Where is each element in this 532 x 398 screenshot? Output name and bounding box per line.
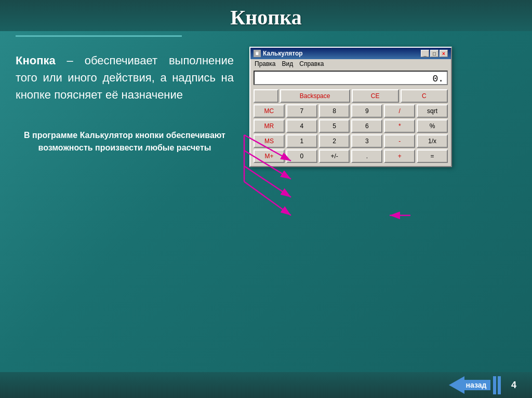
calc-btn-sqrt[interactable]: sqrt — [417, 104, 448, 118]
calc-btn-4[interactable]: 4 — [286, 119, 317, 133]
calc-area: 🖩 Калькулятор _ □ × Правка Вид Справка 0… — [249, 42, 516, 167]
calc-titlebar-left: 🖩 Калькулятор — [254, 50, 303, 57]
calc-btn-ce[interactable]: CE — [352, 89, 399, 103]
svg-line-11 — [244, 182, 291, 215]
back-label: назад — [466, 381, 487, 389]
calc-display: 0. — [254, 71, 448, 85]
calc-btn-ms[interactable]: MS — [254, 134, 285, 148]
page-number: 4 — [511, 380, 516, 391]
calc-btn-divide[interactable]: / — [384, 104, 415, 118]
content-area: Кнопка – обеспечивает выполнение того ил… — [16, 42, 516, 369]
nav-divider-2 — [498, 376, 501, 394]
back-arrow-body: назад — [462, 380, 490, 390]
calc-menu-spravka[interactable]: Справка — [299, 60, 324, 67]
calc-btn-plusminus[interactable]: +/- — [319, 149, 350, 163]
calc-app-icon: 🖩 — [254, 50, 261, 57]
calc-btn-9[interactable]: 9 — [351, 104, 382, 118]
calc-row-1: Backspace CE C — [254, 89, 448, 103]
calc-btn-3[interactable]: 3 — [351, 134, 382, 148]
calc-maximize-btn[interactable]: □ — [430, 50, 438, 57]
calc-btn-backspace[interactable]: Backspace — [280, 89, 350, 103]
calc-btn-1[interactable]: 1 — [286, 134, 317, 148]
calc-menubar: Правка Вид Справка — [250, 59, 451, 68]
back-button[interactable]: назад — [449, 376, 490, 394]
bottom-bar: назад 4 — [0, 372, 532, 398]
calc-btn-reciprocal[interactable]: 1/x — [417, 134, 448, 148]
calc-btn-percent[interactable]: % — [417, 119, 448, 133]
calc-titlebar: 🖩 Калькулятор _ □ × — [250, 48, 451, 59]
calc-row-2: MC 7 8 9 / sqrt — [254, 104, 448, 118]
calc-btn-2[interactable]: 2 — [319, 134, 350, 148]
title-underline — [16, 35, 182, 37]
nav-dividers — [493, 376, 501, 394]
calc-btn-6[interactable]: 6 — [351, 119, 382, 133]
calc-btn-5[interactable]: 5 — [319, 119, 350, 133]
calc-row-4: MS 1 2 3 - 1/x — [254, 134, 448, 148]
calc-btn-empty[interactable] — [254, 89, 278, 103]
calc-btn-8[interactable]: 8 — [319, 104, 350, 118]
calc-buttons: Backspace CE C MC 7 8 9 / sqrt MR 4 — [250, 87, 451, 166]
calc-menu-vid[interactable]: Вид — [282, 60, 294, 67]
calculator-window: 🖩 Калькулятор _ □ × Правка Вид Справка 0… — [249, 47, 452, 167]
keyword-button: Кнопка — [16, 54, 56, 67]
page-title: Кнопка — [0, 5, 532, 30]
calc-btn-equals[interactable]: = — [417, 149, 448, 163]
calc-btn-7[interactable]: 7 — [286, 104, 317, 118]
svg-line-10 — [244, 166, 291, 197]
main-description: Кнопка – обеспечивает выполнение того ил… — [16, 52, 234, 103]
nav-back-area: назад — [449, 376, 501, 394]
calc-window-buttons: _ □ × — [421, 50, 448, 57]
calc-btn-multiply[interactable]: * — [384, 119, 415, 133]
calc-btn-mplus[interactable]: M+ — [254, 149, 285, 163]
calc-btn-c[interactable]: C — [401, 89, 448, 103]
sub-description: В программе Калькулятор кнопки обеспечив… — [16, 129, 234, 154]
calc-btn-subtract[interactable]: - — [384, 134, 415, 148]
calc-btn-mc[interactable]: MC — [254, 104, 285, 118]
calc-minimize-btn[interactable]: _ — [421, 50, 429, 57]
calc-close-btn[interactable]: × — [440, 50, 448, 57]
calc-btn-add[interactable]: + — [384, 149, 415, 163]
calc-row-3: MR 4 5 6 * % — [254, 119, 448, 133]
calc-row-5: M+ 0 +/- . + = — [254, 149, 448, 163]
calc-btn-dot[interactable]: . — [351, 149, 382, 163]
calc-btn-mr[interactable]: MR — [254, 119, 285, 133]
text-panel: Кнопка – обеспечивает выполнение того ил… — [16, 42, 234, 154]
nav-divider-1 — [493, 376, 496, 394]
calc-btn-0[interactable]: 0 — [286, 149, 317, 163]
calc-title: Калькулятор — [263, 50, 303, 57]
calc-menu-pravka[interactable]: Правка — [255, 60, 276, 67]
